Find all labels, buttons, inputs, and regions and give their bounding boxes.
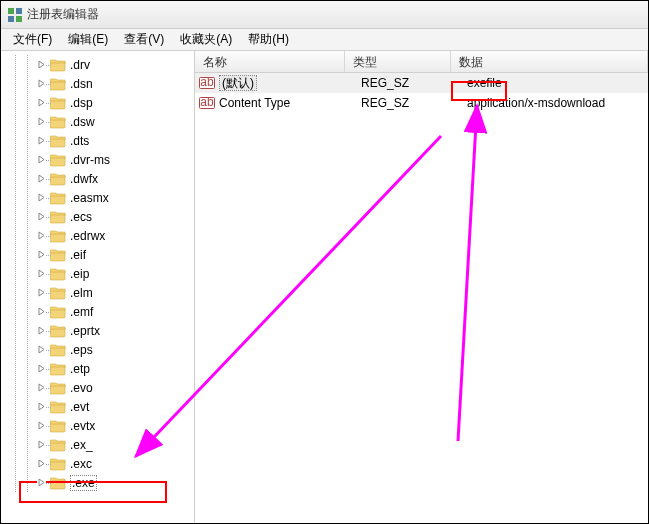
svg-rect-1 bbox=[16, 8, 22, 14]
folder-icon bbox=[50, 153, 66, 167]
tree-item-label: .dsp bbox=[70, 96, 93, 110]
list-panel: 名称 类型 数据 ab(默认)REG_SZexefileabContent Ty… bbox=[195, 51, 648, 524]
column-header-type[interactable]: 类型 bbox=[345, 51, 451, 72]
tree-expand-icon[interactable] bbox=[37, 155, 46, 164]
tree-item[interactable]: .drv bbox=[31, 55, 194, 74]
cell-data: application/x-msdownload bbox=[467, 96, 644, 110]
tree-item[interactable]: .elm bbox=[31, 283, 194, 302]
tree-expand-icon[interactable] bbox=[37, 307, 46, 316]
svg-text:ab: ab bbox=[200, 75, 214, 89]
app-icon bbox=[7, 7, 23, 23]
list-row[interactable]: abContent TypeREG_SZapplication/x-msdown… bbox=[195, 93, 648, 113]
tree-panel[interactable]: .drv.dsn.dsp.dsw.dts.dvr-ms.dwfx.easmx.e… bbox=[1, 51, 195, 524]
tree-item-label: .dvr-ms bbox=[70, 153, 110, 167]
tree-item[interactable]: .dsp bbox=[31, 93, 194, 112]
folder-icon bbox=[50, 115, 66, 129]
column-header-name[interactable]: 名称 bbox=[195, 51, 345, 72]
tree-item[interactable]: .eprtx bbox=[31, 321, 194, 340]
tree-item[interactable]: .dwfx bbox=[31, 169, 194, 188]
tree-expand-icon[interactable] bbox=[37, 79, 46, 88]
string-value-icon: ab bbox=[199, 95, 215, 111]
tree-item[interactable]: .evt bbox=[31, 397, 194, 416]
tree-expand-icon[interactable] bbox=[37, 174, 46, 183]
folder-icon bbox=[50, 172, 66, 186]
tree-expand-icon[interactable] bbox=[37, 117, 46, 126]
tree-expand-icon[interactable] bbox=[37, 98, 46, 107]
tree-item[interactable]: .dsw bbox=[31, 112, 194, 131]
tree-item-label: .easmx bbox=[70, 191, 109, 205]
tree-item-label: .eprtx bbox=[70, 324, 100, 338]
svg-rect-3 bbox=[16, 16, 22, 22]
tree-item[interactable]: .easmx bbox=[31, 188, 194, 207]
tree-item[interactable]: .eif bbox=[31, 245, 194, 264]
folder-icon bbox=[50, 229, 66, 243]
tree-item-label: .emf bbox=[70, 305, 93, 319]
tree-item[interactable]: .edrwx bbox=[31, 226, 194, 245]
menu-file[interactable]: 文件(F) bbox=[5, 29, 60, 50]
tree-expand-icon[interactable] bbox=[37, 193, 46, 202]
folder-icon bbox=[50, 400, 66, 414]
tree-item-label: .eif bbox=[70, 248, 86, 262]
tree-item[interactable]: .ex_ bbox=[31, 435, 194, 454]
menu-favorites[interactable]: 收藏夹(A) bbox=[172, 29, 240, 50]
tree-expand-icon[interactable] bbox=[37, 212, 46, 221]
tree-item[interactable]: .evo bbox=[31, 378, 194, 397]
list-row[interactable]: ab(默认)REG_SZexefile bbox=[195, 73, 648, 93]
folder-icon bbox=[50, 134, 66, 148]
list-body[interactable]: ab(默认)REG_SZexefileabContent TypeREG_SZa… bbox=[195, 73, 648, 524]
tree-expand-icon[interactable] bbox=[37, 288, 46, 297]
menu-view[interactable]: 查看(V) bbox=[116, 29, 172, 50]
tree-item[interactable]: .emf bbox=[31, 302, 194, 321]
cell-name: (默认) bbox=[219, 75, 361, 92]
folder-icon bbox=[50, 457, 66, 471]
tree-item-label: .dsw bbox=[70, 115, 95, 129]
cell-type: REG_SZ bbox=[361, 76, 467, 90]
tree-expand-icon[interactable] bbox=[37, 269, 46, 278]
tree-expand-icon[interactable] bbox=[37, 459, 46, 468]
svg-rect-0 bbox=[8, 8, 14, 14]
tree-expand-icon[interactable] bbox=[37, 326, 46, 335]
folder-icon bbox=[50, 77, 66, 91]
cell-type: REG_SZ bbox=[361, 96, 467, 110]
tree-item[interactable]: .dts bbox=[31, 131, 194, 150]
tree-expand-icon[interactable] bbox=[37, 250, 46, 259]
tree-item[interactable]: .ecs bbox=[31, 207, 194, 226]
tree-item-label: .evt bbox=[70, 400, 89, 414]
tree-item[interactable]: .eip bbox=[31, 264, 194, 283]
folder-icon bbox=[50, 438, 66, 452]
tree-item-label: .etp bbox=[70, 362, 90, 376]
tree-item[interactable]: .dsn bbox=[31, 74, 194, 93]
folder-icon bbox=[50, 476, 66, 490]
tree-item[interactable]: .eps bbox=[31, 340, 194, 359]
folder-icon bbox=[50, 267, 66, 281]
tree-expand-icon[interactable] bbox=[37, 231, 46, 240]
tree-expand-icon[interactable] bbox=[37, 421, 46, 430]
svg-rect-2 bbox=[8, 16, 14, 22]
tree-expand-icon[interactable] bbox=[37, 60, 46, 69]
tree-expand-icon[interactable] bbox=[37, 402, 46, 411]
tree-item-label: .exe bbox=[70, 475, 97, 491]
tree-expand-icon[interactable] bbox=[37, 440, 46, 449]
tree-item[interactable]: .evtx bbox=[31, 416, 194, 435]
cell-data: exefile bbox=[467, 76, 644, 90]
tree-expand-icon[interactable] bbox=[37, 136, 46, 145]
tree-item[interactable]: .etp bbox=[31, 359, 194, 378]
tree-item-label: .eip bbox=[70, 267, 89, 281]
tree-item[interactable]: .exe bbox=[31, 473, 194, 492]
folder-icon bbox=[50, 381, 66, 395]
folder-icon bbox=[50, 343, 66, 357]
folder-icon bbox=[50, 419, 66, 433]
tree-item[interactable]: .exc bbox=[31, 454, 194, 473]
menu-edit[interactable]: 编辑(E) bbox=[60, 29, 116, 50]
menubar: 文件(F) 编辑(E) 查看(V) 收藏夹(A) 帮助(H) bbox=[1, 29, 648, 51]
tree-expand-icon[interactable] bbox=[37, 364, 46, 373]
column-header-data[interactable]: 数据 bbox=[451, 51, 648, 72]
menu-help[interactable]: 帮助(H) bbox=[240, 29, 297, 50]
tree-expand-icon[interactable] bbox=[37, 478, 46, 487]
tree-expand-icon[interactable] bbox=[37, 383, 46, 392]
tree-item-label: .dts bbox=[70, 134, 89, 148]
tree-item[interactable]: .dvr-ms bbox=[31, 150, 194, 169]
tree-expand-icon[interactable] bbox=[37, 345, 46, 354]
tree-item-label: .drv bbox=[70, 58, 90, 72]
list-header: 名称 类型 数据 bbox=[195, 51, 648, 73]
